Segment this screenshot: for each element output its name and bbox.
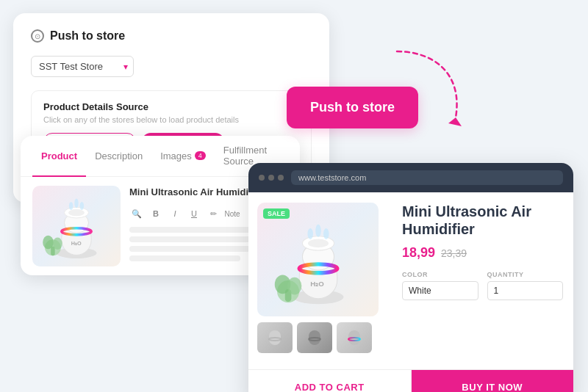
price-original: 23,39	[441, 247, 467, 259]
svg-point-9	[74, 198, 79, 208]
store-select[interactable]: SST Test Store My Store 2	[31, 56, 134, 77]
price-row: 18,99 23,39	[402, 245, 563, 261]
svg-point-14	[53, 238, 62, 250]
store-main-image: SALE	[257, 203, 379, 316]
tab-description[interactable]: Description	[86, 136, 151, 177]
svg-point-28	[287, 277, 301, 294]
images-badge: 4	[195, 151, 206, 160]
browser-dot-2	[268, 175, 274, 181]
svg-text:H₂O: H₂O	[71, 240, 82, 247]
italic-toolbar-icon[interactable]: I	[168, 206, 182, 221]
price-current: 18,99	[402, 245, 435, 261]
svg-marker-0	[448, 117, 462, 126]
store-action-buttons: ADD TO CART BUY IT NOW	[248, 369, 573, 392]
panel-title: Push to store	[50, 29, 125, 43]
thumbnail-3[interactable]	[337, 322, 372, 353]
underline-toolbar-icon[interactable]: U	[187, 206, 201, 221]
browser-dots	[259, 175, 284, 181]
tab-images[interactable]: Images 4	[151, 136, 215, 177]
quantity-input[interactable]	[487, 281, 564, 300]
panel-icon: ⊙	[31, 29, 44, 43]
svg-point-13	[43, 236, 54, 249]
bold-toolbar-icon[interactable]: B	[148, 206, 163, 221]
store-select-wrapper[interactable]: SST Test Store My Store 2	[31, 56, 134, 77]
push-to-store-button[interactable]: Push to store	[287, 87, 418, 128]
product-details-subtitle: Click on any of the stores below to load…	[43, 115, 299, 124]
quantity-label: QUANTITY	[487, 271, 564, 278]
store-details-column: Mini Ultrasonic Air Humidifier 18,99 23,…	[392, 192, 573, 363]
svg-point-5	[68, 209, 85, 216]
store-images-column: SALE	[248, 192, 392, 363]
store-select-row: SST Test Store My Store 2	[31, 56, 312, 77]
svg-point-19	[308, 239, 329, 247]
svg-point-8	[69, 202, 74, 210]
store-preview-panel: www.teststore.com SALE	[248, 163, 573, 392]
color-label: COLOR	[402, 271, 478, 278]
browser-dot-3	[278, 175, 284, 181]
text-line-2	[129, 236, 265, 242]
thumbnail-2[interactable]	[297, 322, 332, 353]
svg-text:H₂O: H₂O	[310, 279, 324, 287]
thumbnail-row	[257, 322, 383, 353]
product-image-preview: H₂O	[32, 186, 121, 266]
store-product-name: Mini Ultrasonic Air Humidifier	[402, 203, 563, 238]
thumb-3-img	[340, 324, 369, 351]
color-attr: COLOR White	[402, 271, 478, 300]
product-details-title: Product Details Source	[43, 101, 299, 112]
browser-bar: www.teststore.com	[248, 163, 573, 192]
color-select[interactable]: White	[402, 281, 478, 300]
add-to-cart-button[interactable]: ADD TO CART	[248, 370, 412, 392]
browser-url: www.teststore.com	[291, 170, 563, 185]
thumb-1-img	[260, 324, 290, 351]
store-body: SALE	[248, 192, 573, 363]
search-toolbar-icon[interactable]: 🔍	[129, 206, 144, 221]
note-toolbar-icon[interactable]: Note	[225, 206, 240, 221]
svg-point-24	[323, 228, 329, 239]
panel-header: ⊙ Push to store	[31, 29, 312, 43]
svg-point-10	[80, 202, 85, 210]
paint-toolbar-icon[interactable]: ✏	[206, 206, 220, 221]
quantity-attr: QUANTITY	[487, 271, 564, 300]
tab-product[interactable]: Product	[32, 136, 86, 177]
sale-badge: SALE	[263, 208, 290, 219]
thumb-2-img	[300, 324, 329, 351]
store-humidifier-illustration: H₂O	[267, 208, 370, 311]
browser-dot-1	[259, 175, 265, 181]
thumbnail-1[interactable]	[257, 322, 293, 353]
humidifier-illustration: H₂O	[32, 186, 121, 266]
svg-point-22	[307, 228, 313, 239]
text-line-4	[129, 255, 240, 261]
attributes-row: COLOR White QUANTITY	[402, 271, 563, 300]
buy-now-button[interactable]: BUY IT NOW	[412, 370, 574, 392]
svg-point-23	[315, 224, 321, 236]
